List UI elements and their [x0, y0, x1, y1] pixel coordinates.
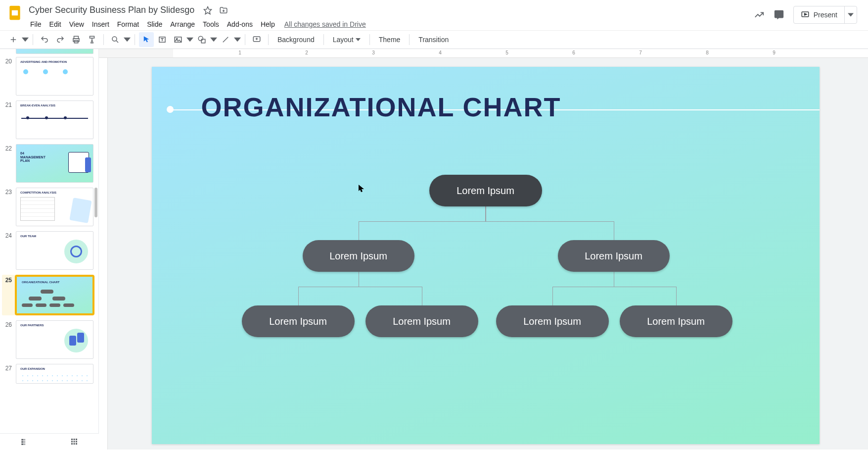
menu-file[interactable]: File [27, 18, 45, 30]
transition-button[interactable]: Transition [413, 34, 454, 46]
select-tool[interactable] [139, 32, 154, 47]
org-node-leaf-2[interactable]: Lorem Ipsum [365, 305, 478, 337]
separator [135, 34, 135, 45]
org-connector[interactable] [614, 272, 614, 287]
slide-title[interactable]: ORGANIZATIONAL CHART [201, 92, 561, 122]
menu-slide[interactable]: Slide [143, 18, 166, 30]
separator [323, 34, 324, 45]
image-dropdown[interactable] [186, 32, 193, 47]
undo-button[interactable] [37, 32, 52, 47]
slide-number: 23 [2, 188, 12, 196]
present-button-group: Present [793, 6, 857, 24]
svg-marker-14 [124, 38, 131, 42]
org-connector[interactable] [676, 287, 677, 305]
org-connector[interactable] [552, 287, 676, 287]
slide-number: 25 [2, 276, 12, 284]
menu-tools[interactable]: Tools [199, 18, 223, 30]
line-dropdown[interactable] [234, 32, 241, 47]
org-connector[interactable] [422, 287, 422, 305]
slide-thumbnail-26[interactable]: 26 OUR PARTNERS [2, 320, 93, 359]
slide-number: 20 [2, 57, 12, 65]
shape-tool[interactable] [194, 32, 209, 47]
filmstrip-scrollbar[interactable] [94, 188, 97, 217]
paint-format-button[interactable] [85, 32, 99, 47]
svg-marker-23 [210, 38, 217, 42]
move-to-folder-icon[interactable] [219, 6, 228, 15]
slide-thumbnail-20[interactable]: 20 ADVERTISING AND PROMOTION [2, 57, 93, 96]
svg-rect-36 [71, 439, 73, 440]
activity-icon[interactable] [754, 9, 765, 20]
org-connector[interactable] [298, 287, 299, 305]
separator [409, 34, 410, 45]
svg-rect-40 [74, 441, 75, 442]
slide-thumbnail-27[interactable]: 27 OUR EXPANSION [2, 364, 93, 384]
org-node-leaf-4[interactable]: Lorem Ipsum [620, 305, 732, 337]
slides-logo-icon[interactable] [6, 4, 24, 22]
slide-thumbnail-22[interactable]: 22 04MANAGEMENTPLAN [2, 144, 93, 183]
separator [369, 34, 370, 45]
svg-marker-20 [186, 38, 193, 42]
new-slide-dropdown[interactable] [22, 32, 29, 47]
add-comment-button[interactable] [249, 32, 264, 47]
org-connector[interactable] [359, 221, 359, 240]
svg-rect-44 [76, 443, 77, 445]
slide-thumbnail-24[interactable]: 24 OUR TEAM [2, 231, 93, 270]
org-node-leaf-1[interactable]: Lorem Ipsum [242, 305, 355, 337]
zoom-button[interactable] [108, 32, 123, 47]
menu-insert[interactable]: Insert [89, 18, 113, 30]
print-button[interactable] [69, 32, 84, 47]
save-status[interactable]: All changes saved in Drive [279, 18, 371, 30]
org-connector[interactable] [359, 272, 359, 287]
image-tool[interactable] [171, 32, 185, 47]
org-connector[interactable] [552, 287, 553, 305]
svg-rect-1 [12, 10, 18, 16]
grid-view-icon[interactable] [70, 437, 79, 448]
menu-arrange[interactable]: Arrange [167, 18, 198, 30]
star-icon[interactable] [203, 6, 212, 15]
slide-thumbnail-21[interactable]: 21 BREAK-EVEN ANALYSIS [2, 100, 93, 139]
theme-button[interactable]: Theme [374, 34, 406, 46]
shape-dropdown[interactable] [210, 32, 217, 47]
menu-help[interactable]: Help [257, 18, 278, 30]
textbox-tool[interactable] [155, 32, 170, 47]
menu-edit[interactable]: Edit [46, 18, 65, 30]
svg-marker-8 [22, 38, 29, 42]
menu-format[interactable]: Format [114, 18, 142, 30]
zoom-dropdown[interactable] [124, 32, 131, 47]
ruler-vertical[interactable] [99, 58, 108, 450]
background-button[interactable]: Background [273, 34, 320, 46]
org-connector[interactable] [485, 206, 486, 221]
slide-canvas[interactable]: ORGANIZATIONAL CHART Lorem Ipsum Lorem I… [152, 67, 820, 444]
org-connector[interactable] [614, 221, 614, 240]
layout-button[interactable]: Layout [328, 34, 365, 46]
filmstrip-view-icon[interactable] [20, 437, 29, 448]
ruler-horizontal[interactable]: 1 2 3 4 5 6 7 8 9 [99, 49, 868, 58]
present-button[interactable]: Present [794, 6, 844, 23]
menu-view[interactable]: View [66, 18, 88, 30]
menu-addons[interactable]: Add-ons [224, 18, 256, 30]
svg-rect-22 [201, 39, 205, 43]
org-connector[interactable] [359, 221, 614, 222]
svg-rect-41 [76, 441, 77, 442]
separator [103, 34, 104, 45]
org-node-level2-left[interactable]: Lorem Ipsum [303, 240, 414, 272]
svg-marker-4 [804, 13, 807, 15]
org-node-level2-right[interactable]: Lorem Ipsum [558, 240, 670, 272]
org-node-leaf-3[interactable]: Lorem Ipsum [496, 305, 609, 337]
slide-number: 26 [2, 320, 12, 328]
doc-title[interactable]: Cyber Security Business Plan by Slidesgo [27, 4, 196, 16]
slide-thumbnail-25[interactable]: 25 ORGANIZATIONAL CHART [2, 275, 93, 315]
comments-icon[interactable] [774, 9, 784, 20]
present-options-dropdown[interactable] [844, 6, 857, 23]
new-slide-button[interactable] [6, 32, 21, 47]
slide-thumbnail-partial[interactable] [16, 49, 93, 54]
redo-button[interactable] [53, 32, 68, 47]
org-node-root[interactable]: Lorem Ipsum [429, 175, 542, 206]
slide-thumbnail-23[interactable]: 23 COMPETITION ANALYSIS [2, 188, 93, 226]
slide-number: 27 [2, 364, 12, 372]
title-decorative-dot [167, 106, 174, 113]
filmstrip[interactable]: 20 ADVERTISING AND PROMOTION 21 BREAK-EV… [0, 49, 99, 450]
line-tool[interactable] [218, 32, 233, 47]
svg-rect-35 [24, 443, 25, 445]
org-connector[interactable] [298, 287, 422, 287]
